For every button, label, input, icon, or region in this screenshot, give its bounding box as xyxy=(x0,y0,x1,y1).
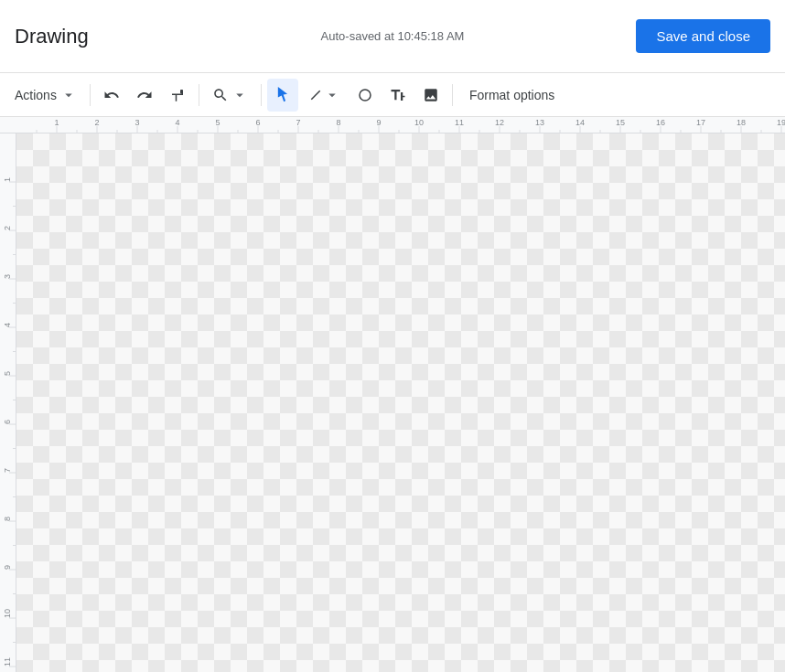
vertical-ruler xyxy=(0,133,16,672)
divider-3 xyxy=(261,84,262,106)
horizontal-ruler xyxy=(16,117,785,133)
divider-1 xyxy=(90,84,91,106)
shape-icon xyxy=(357,87,373,103)
redo-button[interactable] xyxy=(129,79,160,112)
ruler-corner xyxy=(0,117,16,133)
undo-icon xyxy=(103,87,120,103)
chevron-down-icon-line xyxy=(324,87,340,103)
header: Drawing Auto-saved at 10:45:18 AM Save a… xyxy=(0,0,785,73)
textbox-icon xyxy=(390,87,406,103)
line-icon xyxy=(307,87,324,103)
svg-rect-0 xyxy=(180,90,183,94)
image-icon xyxy=(423,87,439,103)
divider-4 xyxy=(452,84,453,106)
line-tool-button[interactable] xyxy=(300,79,348,112)
undo-button[interactable] xyxy=(96,79,127,112)
shape-tool-button[interactable] xyxy=(349,79,381,112)
select-tool-button[interactable] xyxy=(267,79,298,112)
divider-2 xyxy=(199,84,199,106)
h-ruler-canvas xyxy=(16,117,785,133)
page-title: Drawing xyxy=(15,25,89,48)
paint-format-icon xyxy=(169,87,186,103)
canvas-container xyxy=(0,117,785,672)
autosave-status: Auto-saved at 10:45:18 AM xyxy=(321,29,465,43)
v-ruler-canvas xyxy=(0,133,16,672)
zoom-button[interactable] xyxy=(205,79,255,112)
paint-format-button[interactable] xyxy=(162,79,193,112)
zoom-icon xyxy=(212,87,229,103)
image-tool-button[interactable] xyxy=(415,79,446,112)
format-options-button[interactable]: Format options xyxy=(458,79,565,112)
drawing-area[interactable] xyxy=(16,133,785,672)
svg-point-1 xyxy=(360,90,371,101)
actions-menu-button[interactable]: Actions xyxy=(7,79,84,112)
textbox-tool-button[interactable] xyxy=(382,79,414,112)
actions-label: Actions xyxy=(15,88,57,102)
chevron-down-icon xyxy=(60,87,77,103)
save-close-button[interactable]: Save and close xyxy=(636,19,770,53)
cursor-icon xyxy=(274,87,291,103)
chevron-down-icon-zoom xyxy=(231,87,248,103)
drawing-canvas[interactable] xyxy=(16,133,785,672)
toolbar: Actions Format options xyxy=(0,73,785,117)
redo-icon xyxy=(136,87,153,103)
